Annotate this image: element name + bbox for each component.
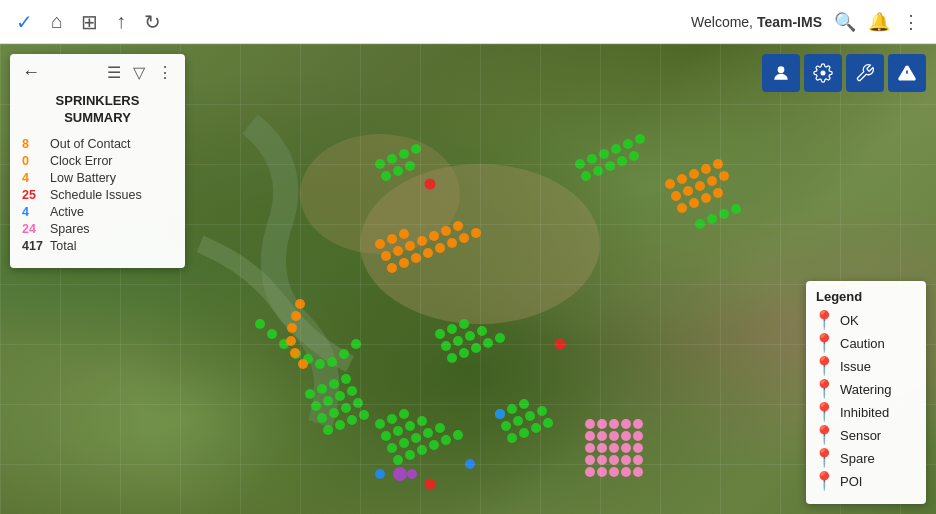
legend-item-watering: 📍 Watering: [816, 379, 912, 399]
welcome-text: Welcome, Team-IMS: [691, 14, 822, 30]
list-icon[interactable]: ☰: [107, 63, 121, 82]
legend-label-ok: OK: [840, 313, 859, 328]
refresh-icon[interactable]: ↻: [144, 10, 161, 34]
more-icon[interactable]: ⋮: [902, 11, 920, 33]
stat-spares-value: 24: [22, 222, 46, 236]
map-controls: [762, 54, 926, 92]
legend-item-poi: 📍 POI: [816, 471, 912, 491]
legend-label-inhibited: Inhibited: [840, 405, 889, 420]
legend-item-caution: 📍 Caution: [816, 333, 912, 353]
stat-clock-error-value: 0: [22, 154, 46, 168]
tools-layer-btn[interactable]: [846, 54, 884, 92]
legend-label-poi: POI: [840, 474, 862, 489]
legend-panel: Legend 📍 OK 📍 Caution 📍 Issue 📍 Watering…: [806, 281, 926, 504]
stat-spares-label: Spares: [50, 222, 90, 236]
legend-label-caution: Caution: [840, 336, 885, 351]
stat-schedule-issues-value: 25: [22, 188, 46, 202]
legend-pin-poi: 📍: [816, 471, 832, 491]
stat-total-value: 417: [22, 239, 46, 253]
legend-label-sensor: Sensor: [840, 428, 881, 443]
legend-label-issue: Issue: [840, 359, 871, 374]
stat-schedule-issues-label: Schedule Issues: [50, 188, 142, 202]
legend-item-ok: 📍 OK: [816, 310, 912, 330]
stat-low-battery-label: Low Battery: [50, 171, 116, 185]
legend-pin-issue: 📍: [816, 356, 832, 376]
search-icon[interactable]: 🔍: [834, 11, 856, 33]
stat-low-battery-value: 4: [22, 171, 46, 185]
stat-out-of-contact-value: 8: [22, 137, 46, 151]
legend-label-watering: Watering: [840, 382, 892, 397]
stat-spares: 24 Spares: [22, 222, 173, 236]
svg-point-161: [778, 66, 785, 73]
sidebar-title: SPRINKLERSSUMMARY: [22, 93, 173, 127]
bell-icon[interactable]: 🔔: [868, 11, 890, 33]
stat-active-label: Active: [50, 205, 84, 219]
stat-low-battery: 4 Low Battery: [22, 171, 173, 185]
legend-item-sensor: 📍 Sensor: [816, 425, 912, 445]
stat-total-label: Total: [50, 239, 76, 253]
stat-clock-error: 0 Clock Error: [22, 154, 173, 168]
nav-left: ✓ ⌂ ⊞ ↑ ↻: [16, 10, 161, 34]
sidebar-toolbar: ← ☰ ▽ ⋮: [22, 62, 173, 83]
stat-total: 417 Total: [22, 239, 173, 253]
legend-pin-sensor: 📍: [816, 425, 832, 445]
stat-clock-error-label: Clock Error: [50, 154, 113, 168]
svg-point-162: [821, 71, 826, 76]
legend-item-issue: 📍 Issue: [816, 356, 912, 376]
stat-out-of-contact-label: Out of Contact: [50, 137, 131, 151]
upload-icon[interactable]: ↑: [116, 10, 126, 33]
filter-icon[interactable]: ▽: [133, 63, 145, 82]
sidebar-panel: ← ☰ ▽ ⋮ SPRINKLERSSUMMARY 8 Out of Conta…: [10, 54, 185, 268]
legend-pin-inhibited: 📍: [816, 402, 832, 422]
legend-label-spare: Spare: [840, 451, 875, 466]
home-icon[interactable]: ⌂: [51, 10, 63, 33]
legend-item-inhibited: 📍 Inhibited: [816, 402, 912, 422]
stat-active: 4 Active: [22, 205, 173, 219]
person-layer-btn[interactable]: [762, 54, 800, 92]
check-icon[interactable]: ✓: [16, 10, 33, 34]
back-button[interactable]: ←: [22, 62, 40, 83]
stat-active-value: 4: [22, 205, 46, 219]
legend-pin-caution: 📍: [816, 333, 832, 353]
more-icon[interactable]: ⋮: [157, 63, 173, 82]
legend-item-spare: 📍 Spare: [816, 448, 912, 468]
legend-pin-spare: 📍: [816, 448, 832, 468]
navbar: ✓ ⌂ ⊞ ↑ ↻ Welcome, Team-IMS 🔍 🔔 ⋮: [0, 0, 936, 44]
alert-layer-btn[interactable]: [888, 54, 926, 92]
username: Team-IMS: [757, 14, 822, 30]
settings-layer-btn[interactable]: [804, 54, 842, 92]
legend-pin-ok: 📍: [816, 310, 832, 330]
nav-right: Welcome, Team-IMS 🔍 🔔 ⋮: [691, 11, 920, 33]
map-area[interactable]: ← ☰ ▽ ⋮ SPRINKLERSSUMMARY 8 Out of Conta…: [0, 44, 936, 514]
stat-schedule-issues: 25 Schedule Issues: [22, 188, 173, 202]
legend-title: Legend: [816, 289, 912, 304]
legend-pin-watering: 📍: [816, 379, 832, 399]
grid-icon[interactable]: ⊞: [81, 10, 98, 34]
stat-out-of-contact: 8 Out of Contact: [22, 137, 173, 151]
